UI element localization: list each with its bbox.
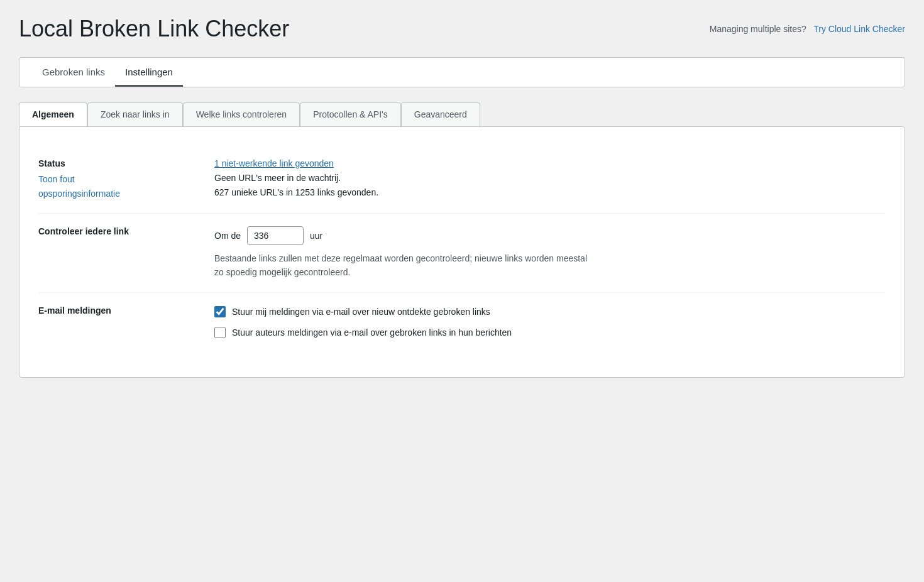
email-row: E-mail meldingen Stuur mij meldingen via… (38, 293, 886, 352)
status-label: Status (38, 158, 189, 168)
opsporingsinformatie-link[interactable]: opsporingsinformatie (38, 187, 189, 200)
email-authors-checkbox[interactable] (214, 327, 226, 338)
interval-description: Bestaande links zullen met deze regelmaa… (214, 251, 591, 280)
status-broken-links-link[interactable]: 1 niet-werkende link gevonden (214, 158, 886, 168)
interval-label: Controleer iedere link (38, 226, 189, 236)
interval-prefix: Om de (214, 231, 241, 241)
interval-label-col: Controleer iedere link (38, 226, 214, 280)
interval-input[interactable] (247, 226, 304, 245)
email-label: E-mail meldingen (38, 305, 189, 316)
top-tabs-panel: Gebroken links Instellingen (19, 57, 905, 87)
sub-tab-protocollen[interactable]: Protocollen & API's (300, 102, 401, 126)
email-value-col: Stuur mij meldingen via e-mail over nieu… (214, 305, 886, 339)
email-checkbox-row-1: Stuur mij meldingen via e-mail over nieu… (214, 305, 886, 319)
page-wrapper: Local Broken Link Checker Managing multi… (0, 0, 924, 403)
sub-tab-zoek-naar-links[interactable]: Zoek naar links in (87, 102, 183, 126)
email-checkbox-row-2: Stuur auteurs meldingen via e-mail over … (214, 326, 886, 339)
email-label-col: E-mail meldingen (38, 305, 214, 339)
content-card: Status Toon fout opsporingsinformatie 1 … (19, 126, 905, 378)
page-title: Local Broken Link Checker (19, 15, 289, 42)
status-value-col: 1 niet-werkende link gevonden Geen URL's… (214, 158, 886, 200)
status-urls-text: 627 unieke URL's in 1253 links gevonden. (214, 185, 886, 199)
top-tabs: Gebroken links Instellingen (32, 58, 892, 87)
interval-suffix: uur (310, 231, 322, 241)
interval-row: Controleer iedere link Om de uur Bestaan… (38, 214, 886, 293)
status-label-col: Status Toon fout opsporingsinformatie (38, 158, 214, 200)
status-queue-text: Geen URL's meer in de wachtrij. (214, 171, 886, 185)
page-header: Local Broken Link Checker Managing multi… (19, 15, 905, 42)
interval-value-col: Om de uur Bestaande links zullen met dez… (214, 226, 886, 280)
sub-tab-geavanceerd[interactable]: Geavanceerd (401, 102, 480, 126)
sub-tab-welke-links[interactable]: Welke links controleren (183, 102, 300, 126)
sub-tabs-row: Algemeen Zoek naar links in Welke links … (19, 102, 905, 126)
status-row: Status Toon fout opsporingsinformatie 1 … (38, 146, 886, 214)
interval-input-row: Om de uur (214, 226, 886, 245)
email-me-label[interactable]: Stuur mij meldingen via e-mail over nieu… (232, 305, 490, 319)
cloud-link-checker-link[interactable]: Try Cloud Link Checker (813, 24, 905, 34)
tab-instellingen[interactable]: Instellingen (115, 58, 183, 87)
multi-site-text: Managing multiple sites? (710, 24, 806, 34)
email-authors-label[interactable]: Stuur auteurs meldingen via e-mail over … (232, 326, 512, 339)
email-me-checkbox[interactable] (214, 306, 226, 317)
tab-broken-links[interactable]: Gebroken links (32, 58, 115, 87)
toon-fout-link[interactable]: Toon fout (38, 172, 189, 186)
sub-tab-algemeen[interactable]: Algemeen (19, 102, 87, 126)
header-right: Managing multiple sites? Try Cloud Link … (710, 15, 905, 34)
